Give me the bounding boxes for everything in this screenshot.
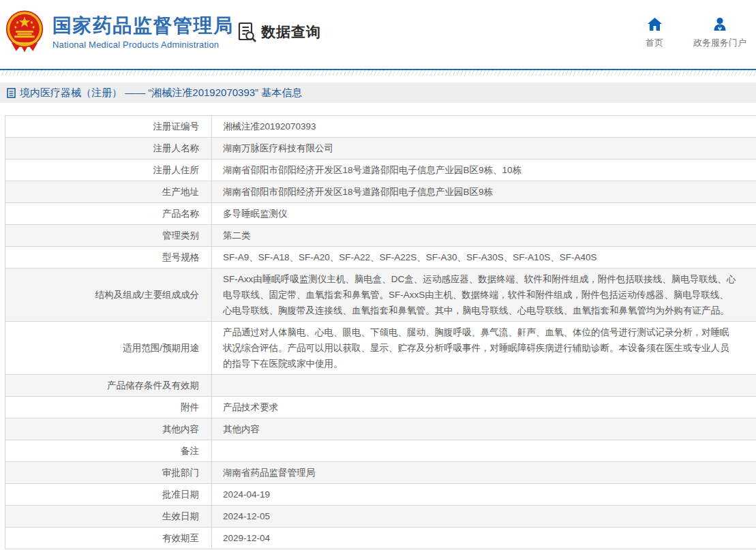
field-value-text: SF-Axx由睡眠呼吸监测仪主机、脑电盒、DC盒、运动感应器、数据终端、软件和附… xyxy=(223,271,737,318)
table-row: 其他内容其他内容 xyxy=(5,418,756,440)
field-value-text: 湘械注准20192070393 xyxy=(223,119,316,134)
table-row: 审批部门湖南省药品监督管理局 xyxy=(5,462,756,484)
field-value: 其他内容 xyxy=(212,418,756,440)
field-label: 结构及组成/主要组成成分 xyxy=(5,269,212,321)
table-row: 适用范围/预期用途产品通过对人体脑电、心电、眼电、下颌电、腿动、胸腹呼吸、鼻气流… xyxy=(5,322,756,375)
field-value: 湖南省邵阳市邵阳经济开发区18号道路邵阳电子信息产业园B区9栋、10栋 xyxy=(212,159,756,181)
table-row: 批准日期2024-04-19 xyxy=(5,484,756,506)
site-header: 国家药品监督管理局 National Medical Products Admi… xyxy=(0,0,756,70)
field-label: 生产地址 xyxy=(5,181,212,202)
data-query-link[interactable]: 数据查询 xyxy=(236,21,321,43)
table-row: 生产地址湖南省邵阳市邵阳经济开发区18号道路邵阳电子信息产业园B区9栋 xyxy=(5,181,756,203)
field-label: 生效日期 xyxy=(5,506,212,527)
field-label: 批准日期 xyxy=(5,484,212,505)
data-query-label: 数据查询 xyxy=(261,22,321,42)
field-label: 审批部门 xyxy=(5,462,212,483)
field-value: 湖南万脉医疗科技有限公司 xyxy=(212,138,756,159)
person-icon xyxy=(713,18,727,31)
field-label: 备注 xyxy=(5,440,212,461)
field-value: 多导睡眠监测仪 xyxy=(212,203,756,224)
field-value-text: 多导睡眠监测仪 xyxy=(223,206,288,221)
nav-portal-label: 政务服务门户 xyxy=(693,37,746,49)
field-label: 其他内容 xyxy=(5,418,212,440)
field-value-text: 2024-12-05 xyxy=(223,508,270,524)
field-label: 产品储存条件及有效期 xyxy=(5,375,212,396)
field-value: 2029-12-04 xyxy=(212,528,756,549)
field-value xyxy=(212,375,756,396)
table-row: 生效日期2024-12-05 xyxy=(5,506,756,528)
field-value: SF-Axx由睡眠呼吸监测仪主机、脑电盒、DC盒、运动感应器、数据终端、软件和附… xyxy=(212,269,756,321)
field-value-text: 湖南万脉医疗科技有限公司 xyxy=(223,140,333,156)
table-row: 注册证编号湘械注准20192070393 xyxy=(5,116,756,138)
field-label: 管理类别 xyxy=(5,225,212,246)
field-value: 2024-04-19 xyxy=(212,484,756,505)
field-label: 适用范围/预期用途 xyxy=(5,322,212,374)
field-label: 有效期至 xyxy=(5,528,212,549)
field-label: 型号规格 xyxy=(5,247,212,268)
table-row: 备注 xyxy=(5,440,756,462)
table-row: 管理类别第二类 xyxy=(5,225,756,247)
field-value-text: SF-A9、SF-A18、SF-A20、SF-A22、SF-A22S、SF-A3… xyxy=(223,249,596,265)
brand-block: 国家药品监督管理局 National Medical Products Admi… xyxy=(52,14,234,50)
field-value-text: 湖南省药品监督管理局 xyxy=(223,465,315,480)
document-search-icon xyxy=(236,21,258,43)
table-row: 注册人名称湖南万脉医疗科技有限公司 xyxy=(5,138,756,159)
national-emblem-logo[interactable] xyxy=(5,9,44,54)
table-row: 有效期至2029-12-04 xyxy=(5,528,756,549)
page-title: 境内医疗器械（注册） —— “湘械注准20192070393” 基本信息 xyxy=(20,87,302,100)
field-value: 2024-12-05 xyxy=(212,506,756,527)
field-value: 湖南省药品监督管理局 xyxy=(212,462,756,483)
field-value: 第二类 xyxy=(212,225,756,246)
document-icon xyxy=(7,88,16,98)
field-value-text: 第二类 xyxy=(223,228,251,243)
field-value-text: 2029-12-04 xyxy=(223,530,270,546)
field-value-text: 湖南省邵阳市邵阳经济开发区18号道路邵阳电子信息产业园B区9栋、10栋 xyxy=(223,162,521,178)
field-label: 附件 xyxy=(5,397,212,418)
hatch-divider xyxy=(0,70,756,76)
table-row: 附件产品技术要求 xyxy=(5,397,756,418)
registration-info-table: 注册证编号湘械注准20192070393注册人名称湖南万脉医疗科技有限公司注册人… xyxy=(5,115,756,549)
table-row: 产品名称多导睡眠监测仪 xyxy=(5,203,756,225)
field-value-text: 湖南省邵阳市邵阳经济开发区18号道路邵阳电子信息产业园B区9栋 xyxy=(223,184,493,200)
table-row: 产品储存条件及有效期 xyxy=(5,375,756,397)
field-value-text: 产品技术要求 xyxy=(223,399,278,415)
field-value xyxy=(212,440,756,461)
table-row: 结构及组成/主要组成成分SF-Axx由睡眠呼吸监测仪主机、脑电盒、DC盒、运动感… xyxy=(5,269,756,322)
field-label: 注册人名称 xyxy=(5,138,212,159)
table-row: 注册人住所湖南省邵阳市邵阳经济开发区18号道路邵阳电子信息产业园B区9栋、10栋 xyxy=(5,159,756,181)
field-value: 湖南省邵阳市邵阳经济开发区18号道路邵阳电子信息产业园B区9栋 xyxy=(212,181,756,202)
org-name-cn: 国家药品监督管理局 xyxy=(52,14,234,37)
nav-portal[interactable]: 政务服务门户 xyxy=(693,18,746,49)
page-title-bar: 境内医疗器械（注册） —— “湘械注准20192070393” 基本信息 xyxy=(0,82,756,103)
field-label: 注册证编号 xyxy=(5,116,212,137)
field-label: 产品名称 xyxy=(5,203,212,224)
home-icon xyxy=(648,18,662,31)
top-nav: 首页 政务服务门户 xyxy=(646,18,746,49)
field-value: 湘械注准20192070393 xyxy=(212,116,756,137)
table-row: 型号规格SF-A9、SF-A18、SF-A20、SF-A22、SF-A22S、S… xyxy=(5,247,756,269)
field-value: 产品通过对人体脑电、心电、眼电、下颌电、腿动、胸腹呼吸、鼻气流、鼾声、血氧、体位… xyxy=(212,322,756,374)
field-value: 产品技术要求 xyxy=(212,397,756,418)
field-value: SF-A9、SF-A18、SF-A20、SF-A22、SF-A22S、SF-A3… xyxy=(212,247,756,268)
field-value-text: 2024-04-19 xyxy=(223,487,270,502)
field-value-text: 产品通过对人体脑电、心电、眼电、下颌电、腿动、胸腹呼吸、鼻气流、鼾声、血氧、体位… xyxy=(223,324,737,371)
nav-home[interactable]: 首页 xyxy=(646,18,663,49)
field-value-text: 其他内容 xyxy=(223,421,260,437)
org-name-en: National Medical Products Administration xyxy=(52,40,234,50)
nav-home-label: 首页 xyxy=(646,37,663,49)
field-label: 注册人住所 xyxy=(5,159,212,181)
